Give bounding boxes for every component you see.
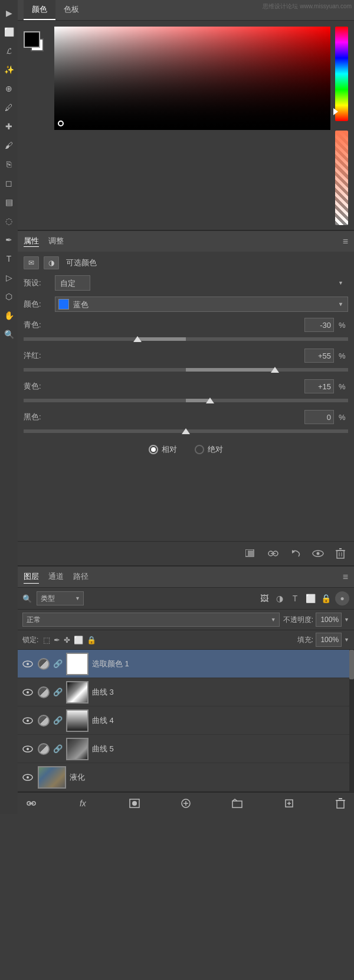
layer-eye-curves5[interactable] <box>21 743 34 756</box>
lock-bar: 锁定: ⬚ ✒ ✤ ⬜ 🔒 填充: ▼ <box>18 630 354 650</box>
hue-slider[interactable] <box>335 27 348 121</box>
visibility-action-btn[interactable] <box>310 546 326 561</box>
lock-transparent-icon[interactable]: ⬚ <box>43 636 50 644</box>
fg-bg-colors[interactable] <box>24 31 47 55</box>
layers-menu-icon[interactable]: ≡ <box>343 572 348 582</box>
layer-eye-curves4[interactable] <box>21 714 34 727</box>
tool-heal[interactable]: ✚ <box>2 119 16 134</box>
cyan-value-input[interactable]: -30 <box>304 318 334 332</box>
filter-image-icon[interactable]: 🖼 <box>258 592 270 604</box>
add-mask-btn[interactable] <box>127 796 142 810</box>
link-layer-btn[interactable] <box>24 796 39 810</box>
filter-shape-icon[interactable]: ⬜ <box>304 592 316 604</box>
tool-type[interactable]: T <box>2 252 16 266</box>
tool-magic[interactable]: ✨ <box>2 63 16 77</box>
tab-adjustments[interactable]: 调整 <box>48 236 64 247</box>
tab-paths[interactable]: 路径 <box>73 570 88 584</box>
radio-row: 相对 绝对 <box>24 444 348 455</box>
black-thumb[interactable] <box>182 428 190 434</box>
tool-hand[interactable]: ✋ <box>2 308 16 323</box>
lock-all-icon[interactable]: 🔒 <box>87 636 96 644</box>
tool-lasso[interactable]: 𝓛 <box>2 44 16 58</box>
color-gradient-picker[interactable] <box>54 27 330 130</box>
tool-pen[interactable]: ✒ <box>2 233 16 247</box>
tab-channels[interactable]: 通道 <box>48 570 64 584</box>
tool-crop[interactable]: ⊕ <box>2 82 16 96</box>
tool-gradient[interactable]: ▤ <box>2 195 16 209</box>
black-slider-area[interactable] <box>24 425 348 437</box>
opacity-dropdown-arrow[interactable]: ▼ <box>344 617 349 623</box>
link-action-btn[interactable] <box>266 546 281 561</box>
fg-color-swatch[interactable] <box>24 31 40 48</box>
layer-item-curves4[interactable]: 🔗 曲线 4 <box>18 706 354 735</box>
circle-icon-btn[interactable]: ◑ <box>44 256 59 269</box>
fill-input[interactable] <box>316 633 342 647</box>
yellow-slider-area[interactable] <box>24 395 348 406</box>
layer-eye-curves3[interactable] <box>21 686 34 699</box>
magenta-value-input[interactable]: +55 <box>304 349 334 363</box>
filter-smart-icon[interactable]: 🔒 <box>320 592 332 604</box>
magenta-thumb[interactable] <box>271 367 279 373</box>
scrollbar-track[interactable] <box>349 650 354 792</box>
tool-select[interactable]: ⬜ <box>2 25 16 39</box>
filter-type-select[interactable]: 类型 <box>37 591 84 605</box>
layer-item-liquify[interactable]: 液化 <box>18 763 354 792</box>
fx-btn[interactable]: fx <box>75 796 90 810</box>
scrollbar-thumb[interactable] <box>349 650 354 679</box>
tool-stamp[interactable]: ⎘ <box>2 157 16 171</box>
opacity-input[interactable] <box>316 613 342 627</box>
layer-item-curves5[interactable]: 🔗 曲线 5 <box>18 735 354 763</box>
tool-dodge[interactable]: ◌ <box>2 214 16 228</box>
tool-arrow[interactable]: ▶ <box>2 6 16 20</box>
lock-artboard-icon[interactable]: ⬜ <box>74 636 83 644</box>
filter-type-icon[interactable]: T <box>289 592 301 604</box>
layer-eye-selective-color[interactable] <box>21 657 34 670</box>
svg-point-16 <box>27 691 29 694</box>
new-layer-btn[interactable] <box>281 796 297 810</box>
radio-absolute[interactable]: 绝对 <box>195 444 223 455</box>
delete-layer-btn[interactable] <box>333 796 348 810</box>
lock-move-icon[interactable]: ✤ <box>64 636 70 644</box>
delete-action-btn[interactable] <box>333 546 348 561</box>
new-group-btn[interactable] <box>230 796 245 810</box>
filter-adjustment-icon[interactable]: ◑ <box>274 592 286 604</box>
new-adjustment-btn[interactable] <box>178 796 194 810</box>
tab-layers[interactable]: 图层 <box>24 570 39 584</box>
yellow-thumb[interactable] <box>206 398 214 403</box>
opacity-row: 不透明度: ▼ <box>283 613 349 627</box>
yellow-value-input[interactable]: +15 <box>304 379 334 393</box>
tab-properties[interactable]: 属性 <box>24 236 39 247</box>
filter-select-wrapper: 类型 <box>37 591 84 605</box>
opacity-slider[interactable] <box>335 131 348 225</box>
magenta-slider-area[interactable] <box>24 364 348 376</box>
properties-menu-icon[interactable]: ≡ <box>343 236 348 247</box>
blend-mode-select[interactable]: 正常 <box>22 613 280 627</box>
envelope-icon-btn[interactable]: ✉ <box>24 256 39 269</box>
tab-color[interactable]: 颜色 <box>24 0 55 20</box>
tool-eraser[interactable]: ◻ <box>2 176 16 190</box>
black-unit: % <box>339 413 348 422</box>
tool-brush[interactable]: 🖌 <box>2 138 16 152</box>
tool-zoom[interactable]: 🔍 <box>2 327 16 341</box>
tool-eyedropper[interactable]: 🖊 <box>2 100 16 115</box>
lock-brush-icon[interactable]: ✒ <box>54 636 60 644</box>
properties-tabs: 属性 调整 <box>24 236 64 247</box>
tab-swatches[interactable]: 色板 <box>55 0 87 20</box>
black-value-input[interactable]: 0 <box>304 410 334 424</box>
undo-action-btn[interactable] <box>288 546 303 561</box>
lock-icons: ⬚ ✒ ✤ ⬜ 🔒 <box>43 636 96 644</box>
layer-item-curves3[interactable]: 🔗 曲线 3 <box>18 678 354 706</box>
gradient-cursor[interactable] <box>58 121 64 126</box>
fill-dropdown-arrow[interactable]: ▼ <box>344 637 349 643</box>
preset-select[interactable]: 自定 <box>55 275 90 291</box>
layer-eye-liquify[interactable] <box>21 771 34 784</box>
tool-shape[interactable]: ⬡ <box>2 289 16 304</box>
filter-toggle[interactable]: ● <box>335 591 349 605</box>
cyan-thumb[interactable] <box>133 336 142 342</box>
color-select[interactable]: 蓝色 <box>55 297 348 312</box>
cyan-slider-area[interactable] <box>24 333 348 345</box>
radio-relative[interactable]: 相对 <box>149 444 177 455</box>
tool-path-select[interactable]: ▷ <box>2 271 16 285</box>
layer-item-selective-color[interactable]: 🔗 选取颜色 1 <box>18 650 354 678</box>
mask-action-btn[interactable] <box>243 546 258 561</box>
